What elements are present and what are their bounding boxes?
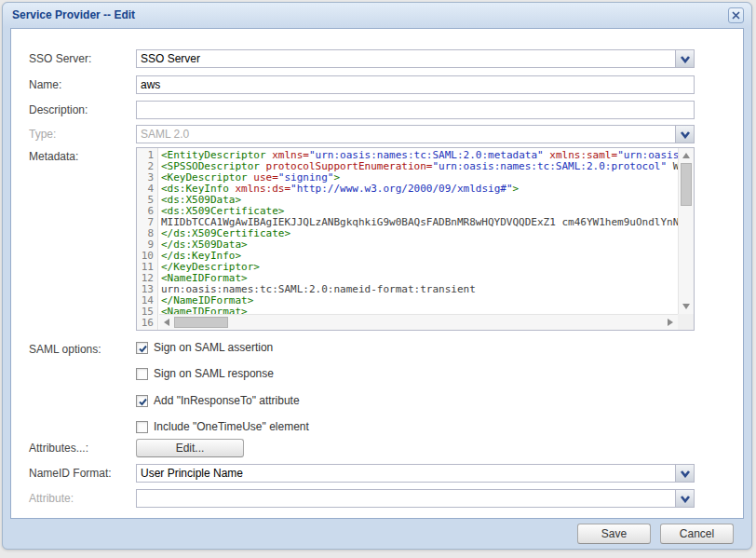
sso-server-value: SSO Server — [137, 52, 675, 65]
nameid-format-select[interactable]: User Principle Name — [136, 464, 695, 483]
checkbox-label: Add "InResponseTo" attribute — [154, 394, 300, 407]
vertical-scrollbar[interactable] — [678, 148, 694, 314]
name-label: Name: — [29, 78, 61, 91]
type-value: SAML 2.0 — [137, 128, 675, 141]
checkbox-icon[interactable] — [136, 395, 148, 407]
attribute-label: Attribute: — [29, 492, 74, 505]
sso-server-select[interactable]: SSO Server — [136, 49, 695, 68]
horizontal-scroll-thumb[interactable] — [174, 317, 228, 328]
vertical-scroll-thumb[interactable] — [681, 163, 692, 206]
scrollbar-corner — [678, 314, 694, 330]
scroll-up-icon[interactable] — [682, 153, 690, 158]
description-field[interactable] — [136, 101, 695, 119]
nameid-format-value: User Principle Name — [137, 467, 675, 480]
save-button[interactable]: Save — [577, 524, 651, 544]
scroll-down-icon[interactable] — [682, 304, 690, 309]
checkbox-add-inresponseto-attribute[interactable]: Add "InResponseTo" attribute — [136, 393, 300, 408]
form-panel: SSO Server: SSO Server Name: Description… — [10, 28, 744, 519]
cancel-button[interactable]: Cancel — [660, 524, 734, 544]
name-field[interactable] — [136, 75, 695, 94]
service-provider-edit-dialog: Service Provider -- Edit SSO Server: SSO… — [2, 2, 752, 550]
line-number: 16 — [137, 318, 157, 329]
checkbox-icon[interactable] — [136, 421, 148, 433]
chevron-down-icon — [680, 54, 691, 63]
type-dropdown-trigger — [675, 126, 694, 143]
close-icon — [732, 11, 740, 20]
sso-server-label: SSO Server: — [29, 52, 91, 65]
checkbox-icon[interactable] — [136, 342, 148, 354]
code-line: <NameIDFormat> — [161, 306, 678, 314]
checkbox-sign-on-saml-assertion[interactable]: Sign on SAML assertion — [136, 340, 273, 355]
dialog-footer: Save Cancel — [3, 519, 751, 549]
scroll-right-icon[interactable] — [668, 319, 673, 326]
saml-options-label: SAML options: — [29, 343, 101, 356]
checkbox-sign-on-saml-response[interactable]: Sign on SAML response — [136, 366, 274, 381]
checkbox-label: Sign on SAML response — [154, 367, 274, 380]
sso-server-dropdown-trigger[interactable] — [675, 50, 694, 67]
dialog-titlebar[interactable]: Service Provider -- Edit — [3, 3, 751, 27]
horizontal-scrollbar[interactable] — [159, 314, 678, 330]
description-label: Description: — [29, 103, 88, 116]
metadata-label: Metadata: — [29, 150, 78, 163]
chevron-down-icon — [680, 494, 691, 503]
checkmark-icon — [137, 343, 149, 355]
dialog-title: Service Provider -- Edit — [12, 8, 135, 21]
attributes-label: Attributes...: — [29, 442, 88, 455]
chevron-down-icon — [680, 129, 691, 139]
checkmark-icon — [137, 396, 149, 408]
chevron-down-icon — [680, 469, 691, 478]
close-button[interactable] — [728, 7, 744, 23]
checkbox-label: Sign on SAML assertion — [154, 341, 273, 354]
attributes-edit-button[interactable]: Edit... — [136, 439, 244, 457]
nameid-format-dropdown-trigger[interactable] — [675, 465, 694, 482]
type-label: Type: — [29, 128, 56, 141]
attribute-dropdown-trigger — [675, 490, 694, 507]
metadata-editor: 12345678910111213141516 <EntityDescripto… — [136, 147, 695, 331]
type-select: SAML 2.0 — [136, 125, 695, 143]
attribute-select — [136, 489, 695, 508]
checkbox-include-onetimeuse-element[interactable]: Include "OneTimeUse" element — [136, 419, 309, 434]
scroll-left-icon[interactable] — [164, 319, 169, 326]
nameid-format-label: NameID Format: — [29, 467, 112, 480]
checkbox-icon[interactable] — [136, 368, 148, 380]
checkbox-label: Include "OneTimeUse" element — [154, 420, 309, 433]
code-area[interactable]: <EntityDescriptor xmlns="urn:oasis:names… — [161, 148, 678, 314]
line-numbers: 12345678910111213141516 — [137, 148, 158, 330]
